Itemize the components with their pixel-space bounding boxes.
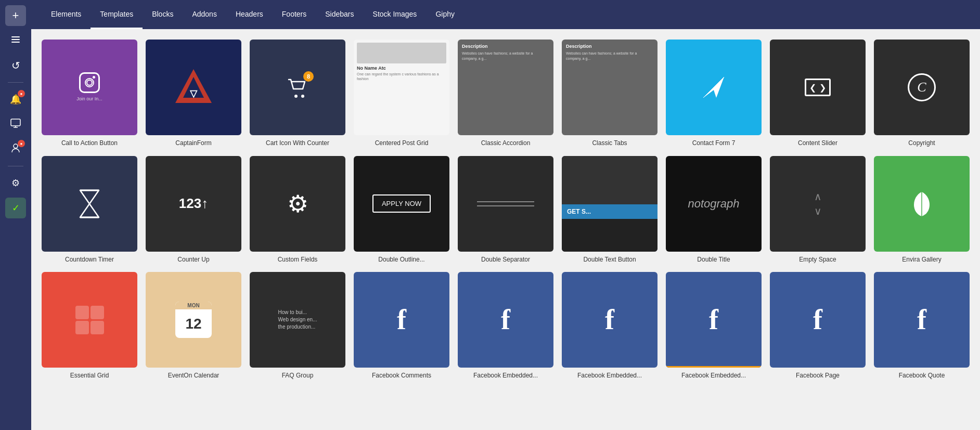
widget-label-centered-post: Centered Post Grid — [375, 139, 429, 148]
captain-form-logo: ▽ — [173, 67, 214, 108]
widget-thumb-double-outline: APPLY NOW — [354, 156, 449, 252]
nav-headers[interactable]: Headers — [226, 0, 273, 29]
widget-label-call-to-action: Call to Action Button — [61, 139, 118, 148]
user-badge: ● — [18, 140, 25, 147]
nav-addons[interactable]: Addons — [183, 0, 226, 29]
undo-icon: ↺ — [11, 59, 20, 72]
monitor-button[interactable] — [5, 114, 26, 135]
widget-classic-accordion[interactable]: Description Websites can have fashions; … — [458, 40, 553, 148]
widget-grid: Join our In... Call to Action Button ▽ — [42, 40, 970, 380]
widget-thumb-counter-up: 123↑ — [146, 156, 241, 252]
centered-post-preview: No Name Atc One can regard the system c … — [354, 40, 449, 135]
leaf-icon — [909, 189, 935, 218]
widget-copyright[interactable]: C Copyright — [874, 40, 970, 148]
widget-thumb-classic-accordion: Description Websites can have fashions; … — [458, 40, 553, 135]
nav-giphy[interactable]: Giphy — [426, 0, 464, 29]
nav-sidebars[interactable]: Sidebars — [316, 0, 363, 29]
widget-label-fb-page: Facebook Page — [796, 372, 840, 380]
widget-counter-up[interactable]: 123↑ Counter Up — [146, 156, 241, 264]
widget-eventon[interactable]: MON 12 EventOn Calendar — [146, 272, 241, 380]
widget-fb-embedded-2[interactable]: f Facebook Embedded... — [562, 272, 657, 380]
hourglass-icon — [76, 188, 103, 219]
widget-fb-quote[interactable]: f Facebook Quote — [874, 272, 970, 380]
empty-arrows-preview: ∧ ∨ — [814, 190, 822, 217]
widget-fb-page[interactable]: f Facebook Page — [770, 272, 866, 380]
check-button[interactable]: ✓ — [5, 198, 26, 218]
widget-double-outline[interactable]: APPLY NOW Double Outline... — [354, 156, 449, 264]
widget-classic-tabs[interactable]: Description Websites can have fashions; … — [562, 40, 657, 148]
layers-button[interactable] — [5, 30, 26, 51]
widget-fb-embedded-1[interactable]: f Facebook Embedded... — [458, 272, 553, 380]
widget-label-fb-quote: Facebook Quote — [899, 372, 945, 380]
widget-cart-icon[interactable]: 8 Cart Icon With Counter — [250, 40, 345, 148]
widget-thumb-double-title: notograph — [666, 156, 762, 252]
facebook-f-icon-6: f — [917, 304, 926, 336]
widget-thumb-fb-comments: f — [354, 272, 449, 368]
widget-double-separator[interactable]: Double Separator — [458, 156, 553, 264]
svg-point-12 — [301, 95, 304, 98]
widget-thumb-fb-page: f — [770, 272, 866, 368]
photo-text-preview: notograph — [688, 197, 739, 211]
widget-thumb-content-slider: ❮ ❯ — [770, 40, 866, 135]
widget-label-classic-tabs: Classic Tabs — [592, 139, 627, 148]
widget-label-countdown: Countdown Timer — [65, 256, 114, 264]
widget-thumb-fb-embedded1: f — [458, 272, 553, 368]
widget-centered-post[interactable]: No Name Atc One can regard the system c … — [354, 40, 449, 148]
nav-elements[interactable]: Elements — [42, 0, 91, 29]
widget-thumb-faq-group: How to bui...Web design en...the product… — [250, 272, 345, 368]
widget-label-faq-group: FAQ Group — [282, 372, 314, 380]
widget-custom-fields[interactable]: ⚙ Custom Fields — [250, 156, 345, 264]
svg-rect-3 — [11, 119, 20, 126]
orange-underline — [666, 366, 762, 368]
widget-empty-space[interactable]: ∧ ∨ Empty Space — [770, 156, 866, 264]
settings-button[interactable]: ⚙ — [5, 173, 26, 193]
svg-rect-0 — [11, 36, 20, 37]
widget-call-to-action[interactable]: Join our In... Call to Action Button — [42, 40, 137, 148]
nav-stock-images[interactable]: Stock Images — [364, 0, 427, 29]
widget-label-content-slider: Content Slider — [798, 139, 837, 148]
accordion-preview: Description Websites can have fashions; … — [458, 40, 553, 135]
widget-thumb-call-to-action: Join our In... — [42, 40, 137, 135]
widget-label-fb-embedded-2: Facebook Embedded... — [577, 372, 642, 380]
widget-thumb-copyright: C — [874, 40, 970, 135]
svg-point-7 — [87, 80, 92, 85]
widget-label-copyright: Copyright — [908, 139, 935, 148]
nav-blocks[interactable]: Blocks — [143, 0, 183, 29]
widget-captainform[interactable]: ▽ CaptainForm — [146, 40, 241, 148]
widget-faq-group[interactable]: How to bui...Web design en...the product… — [250, 272, 345, 380]
widget-fb-comments[interactable]: f Facebook Comments — [354, 272, 449, 380]
widget-content-slider[interactable]: ❮ ❯ Content Slider — [770, 40, 866, 148]
widget-label-double-outline: Double Outline... — [378, 256, 424, 264]
widget-thumb-fb-quote: f — [874, 272, 970, 368]
users-button[interactable]: ● — [5, 139, 26, 160]
widget-thumb-contact-form — [666, 40, 762, 135]
widget-contact-form[interactable]: Contact Form 7 — [666, 40, 762, 148]
monitor-icon — [10, 119, 21, 131]
widget-label-captainform: CaptainForm — [175, 139, 211, 148]
widget-countdown[interactable]: Countdown Timer — [42, 156, 137, 264]
svg-rect-1 — [11, 39, 20, 40]
widget-label-custom-fields: Custom Fields — [278, 256, 318, 264]
nav-templates[interactable]: Templates — [91, 0, 143, 29]
widget-fb-embedded-3[interactable]: f Facebook Embedded... — [666, 272, 762, 380]
separator-lines-preview — [477, 201, 534, 206]
notifications-button[interactable]: 🔔 ● — [5, 89, 26, 110]
widget-envira[interactable]: Envira Gallery — [874, 156, 970, 264]
widget-thumb-classic-tabs: Description Websites can have fashions; … — [562, 40, 657, 135]
essential-grid-preview — [71, 302, 108, 338]
svg-text:▽: ▽ — [189, 88, 198, 99]
widget-double-text[interactable]: GET S... Double Text Button — [562, 156, 657, 264]
undo-button[interactable]: ↺ — [5, 55, 26, 76]
widget-double-title[interactable]: notograph Double Title — [666, 156, 762, 264]
nav-footers[interactable]: Footers — [273, 0, 316, 29]
add-button[interactable]: + — [5, 5, 26, 26]
get-s-preview: GET S... — [562, 156, 657, 252]
eventon-day: MON — [175, 302, 212, 309]
svg-point-6 — [14, 144, 18, 148]
widget-thumb-fb-embedded3: f — [666, 272, 762, 368]
widget-label-eventon: EventOn Calendar — [168, 372, 220, 380]
widget-essential-grid[interactable]: Essential Grid — [42, 272, 137, 380]
widget-label-contact-form: Contact Form 7 — [692, 139, 736, 148]
widget-thumb-eventon: MON 12 — [146, 272, 241, 368]
notification-badge: ● — [18, 90, 25, 97]
